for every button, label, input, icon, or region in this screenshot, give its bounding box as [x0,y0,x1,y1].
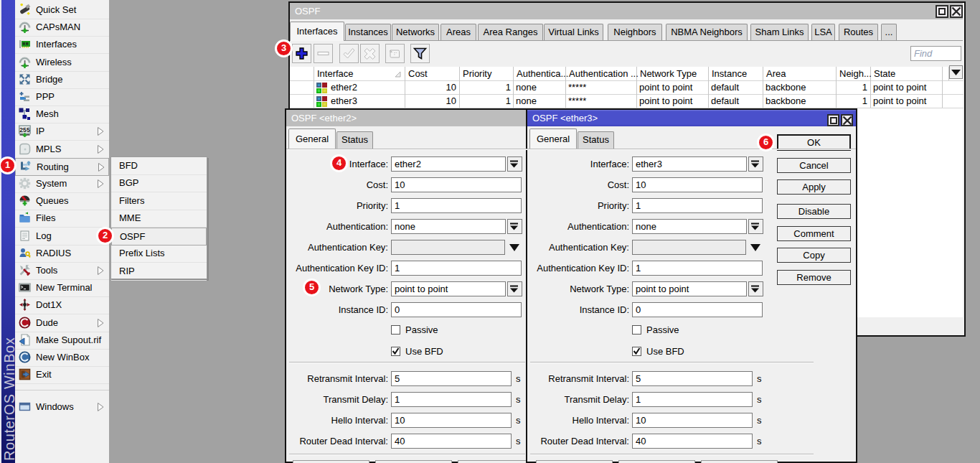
svg-text:255: 255 [19,126,30,134]
